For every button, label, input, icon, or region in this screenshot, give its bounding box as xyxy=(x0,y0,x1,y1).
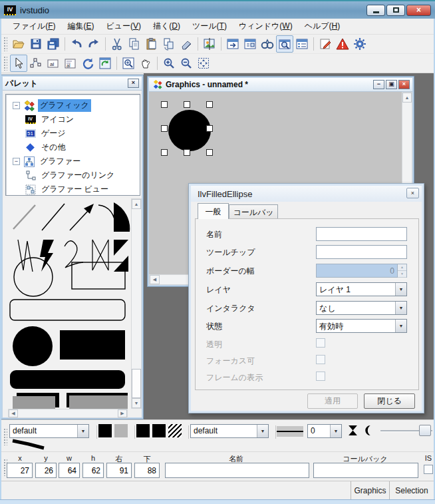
tab-general[interactable]: 一般 xyxy=(198,203,229,219)
collapse-icon[interactable]: − xyxy=(13,158,20,165)
line-color-swatch[interactable] xyxy=(152,424,166,437)
save-button[interactable] xyxy=(27,35,45,53)
tree-item-grapher-view[interactable]: グラファー ビュー xyxy=(7,182,138,196)
edit-note-button[interactable] xyxy=(317,35,334,53)
palette-titlebar[interactable]: パレット × xyxy=(3,77,142,91)
shape-filled-spline[interactable] xyxy=(114,240,128,272)
shape-line[interactable] xyxy=(42,204,65,230)
bottom-field[interactable] xyxy=(134,463,160,478)
cut-button[interactable] xyxy=(108,35,126,53)
is-checkbox[interactable] xyxy=(424,465,433,474)
fill-rule-icon[interactable] xyxy=(347,425,359,438)
chevron-down-icon[interactable]: ▼ xyxy=(395,320,406,332)
transparent-checkbox[interactable] xyxy=(316,338,325,348)
maximize-button[interactable] xyxy=(386,5,405,16)
chevron-down-icon[interactable]: ▼ xyxy=(395,302,406,314)
selected-filled-ellipse[interactable] xyxy=(168,110,211,151)
tab-callback[interactable]: コールバック xyxy=(229,204,278,219)
show-frame-checkbox[interactable] xyxy=(316,372,325,381)
selection-handle-e[interactable] xyxy=(206,125,213,132)
shape-closed-spline[interactable] xyxy=(92,240,108,270)
tree-item-icon[interactable]: IV アイコン xyxy=(7,113,138,126)
tree-item-other[interactable]: その他 xyxy=(7,140,138,154)
object-name-field[interactable] xyxy=(165,463,309,478)
zoom-window-button[interactable] xyxy=(276,35,293,53)
palette-vscrollbar[interactable]: ▲ ▼ xyxy=(131,198,142,409)
selection-handle-w[interactable] xyxy=(161,125,168,132)
layer-select[interactable]: レイヤ 1 ▼ xyxy=(316,282,407,296)
fill-color-swatch[interactable] xyxy=(136,424,150,437)
zoom-in-button[interactable] xyxy=(160,55,178,72)
selection-handle-se[interactable] xyxy=(206,149,213,156)
menu-draw[interactable]: 描く(D) xyxy=(147,19,186,34)
dialog-close-action-button[interactable]: 閉じる xyxy=(364,393,415,409)
chevron-down-icon[interactable]: ▼ xyxy=(330,425,341,437)
close-button[interactable]: × xyxy=(406,5,431,16)
foreground-color-swatch[interactable] xyxy=(98,424,112,437)
dialog-titlebar[interactable]: IlvFilledEllipse xyxy=(191,186,422,202)
scroll-right-icon[interactable]: ▶ xyxy=(118,409,127,417)
graphics-close-button[interactable]: × xyxy=(398,80,410,89)
fit-view-button[interactable] xyxy=(195,55,212,72)
spinner-buttons[interactable]: ▲▼ xyxy=(397,264,406,277)
shape-filled-circle[interactable] xyxy=(13,326,53,366)
shape-filled-rect[interactable] xyxy=(60,330,125,360)
menu-window[interactable]: ウィンドウ(W) xyxy=(233,19,299,34)
arc-mode-icon[interactable] xyxy=(362,425,374,438)
shape-gray-line[interactable] xyxy=(13,205,35,229)
rotate-button[interactable] xyxy=(79,55,96,72)
spin-down-icon[interactable]: ▼ xyxy=(398,271,406,278)
refresh-button[interactable] xyxy=(96,55,114,72)
zoom-out-button[interactable] xyxy=(178,55,195,72)
object-callback-field[interactable] xyxy=(313,463,418,478)
shape-open-spline[interactable] xyxy=(65,241,83,268)
scroll-left-icon[interactable]: ◀ xyxy=(150,275,160,284)
apply-button[interactable]: 適用 xyxy=(307,393,358,409)
multi-label-tool-button[interactable]: al xyxy=(62,55,79,72)
selection-handle-nw[interactable] xyxy=(161,101,168,108)
dialog-close-button[interactable]: × xyxy=(406,188,419,198)
line-style-preview[interactable] xyxy=(277,426,303,437)
duplicate-button[interactable] xyxy=(160,35,178,53)
shape-rounded-rect-outline[interactable] xyxy=(10,300,125,320)
w-field[interactable] xyxy=(59,463,80,478)
shape-filled-zigzag[interactable] xyxy=(40,240,54,272)
fill-pattern-swatch[interactable] xyxy=(168,424,182,437)
redo-button[interactable] xyxy=(85,35,102,53)
graphics-titlebar[interactable]: Graphics - unnamed * − ▣ × xyxy=(149,78,412,92)
palette-close-button[interactable]: × xyxy=(128,79,139,88)
x-field[interactable] xyxy=(7,463,33,478)
shape-arrow[interactable] xyxy=(70,204,94,230)
graphics-maximize-button[interactable]: ▣ xyxy=(386,80,397,89)
scroll-left-icon[interactable]: ◀ xyxy=(9,409,18,417)
paste-button[interactable] xyxy=(143,35,160,53)
scroll-up-icon[interactable]: ▲ xyxy=(132,199,141,209)
window-move-button[interactable] xyxy=(224,35,241,53)
chevron-down-icon[interactable]: ▼ xyxy=(257,425,268,437)
background-color-swatch[interactable] xyxy=(114,424,128,437)
pan-button[interactable] xyxy=(137,55,154,72)
shape-filled-rounded-rect[interactable] xyxy=(10,370,125,389)
scroll-down-icon[interactable]: ▼ xyxy=(132,398,141,408)
menu-view[interactable]: ビュー(V) xyxy=(100,19,147,34)
line-width-select[interactable]: 0 ▼ xyxy=(307,424,342,438)
palette-hscrollbar[interactable]: ◀ ▶ xyxy=(8,409,128,418)
chevron-down-icon[interactable]: ▼ xyxy=(77,425,88,437)
tree-item-grapher-link[interactable]: グラファーのリンク xyxy=(7,168,138,182)
details-button[interactable] xyxy=(293,35,311,53)
h-field[interactable] xyxy=(82,463,104,478)
tree-item-grapher[interactable]: − グラファー xyxy=(7,154,138,168)
undo-button[interactable] xyxy=(68,35,85,53)
menu-tools[interactable]: ツール(T) xyxy=(186,19,233,34)
border-width-spinner[interactable]: 0 ▲▼ xyxy=(316,264,407,278)
y-field[interactable] xyxy=(35,463,57,478)
graphics-minimize-button[interactable]: − xyxy=(373,80,384,89)
fill-palette-select[interactable]: default ▼ xyxy=(9,424,89,438)
toolbar-grip[interactable] xyxy=(3,56,7,71)
state-select[interactable]: 有効時 ▼ xyxy=(316,319,407,333)
name-field[interactable] xyxy=(316,227,407,241)
selection-handle-s[interactable] xyxy=(184,149,190,156)
tooltip-field[interactable] xyxy=(316,245,407,259)
line-palette-select[interactable]: default ▼ xyxy=(190,424,269,438)
collapse-icon[interactable]: − xyxy=(13,102,20,109)
